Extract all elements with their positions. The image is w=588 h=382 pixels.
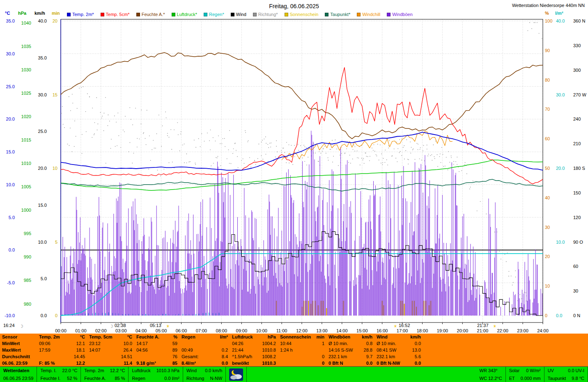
- svg-text:180 S: 180 S: [573, 166, 585, 171]
- axis-tick-labels: 35.030.025.020.015.010.05.00.0-5.0-10.01…: [5, 18, 586, 318]
- svg-text:330: 330: [573, 43, 581, 48]
- svg-text:1005: 1005: [21, 184, 31, 189]
- statusbar-group: Solar0 W/m²ET0.000 mm: [506, 367, 544, 382]
- svg-text:11:00: 11:00: [276, 328, 287, 333]
- table-header-cell: LuftdruckhPa: [230, 334, 278, 340]
- table-cell: 0: [278, 353, 326, 360]
- legend-swatch-icon: [253, 13, 257, 16]
- svg-text:1030: 1030: [21, 67, 31, 72]
- sun-icon: ☀: [493, 324, 497, 329]
- svg-text:210: 210: [573, 141, 581, 146]
- moon-icon: ☽: [109, 324, 113, 329]
- svg-text:20: 20: [545, 254, 550, 259]
- legend-label: Feuchte A.*: [142, 12, 165, 17]
- statusbar-group: Temp. I.22.0 °CFeuchte I.52 %: [37, 367, 81, 382]
- svg-text:23:00: 23:00: [517, 328, 528, 333]
- table-cell: 0 Bft N0.0: [326, 360, 374, 366]
- svg-text:50: 50: [545, 166, 550, 171]
- status-bar: Wetterdaten06.06.25 23:59Temp. I.22.0 °C…: [0, 366, 588, 382]
- table-cell: 00:490.2: [179, 347, 230, 353]
- svg-text:14:00: 14:00: [336, 328, 348, 333]
- svg-text:270 W: 270 W: [573, 92, 586, 97]
- svg-text:1010: 1010: [21, 161, 31, 166]
- table-cell: 11.4: [87, 360, 134, 366]
- sun-icon: ☀: [166, 324, 170, 329]
- svg-text:300: 300: [573, 68, 581, 73]
- svg-text:-10.0: -10.0: [5, 313, 15, 318]
- svg-text:16:24: 16:24: [3, 323, 15, 328]
- legend-swatch-icon: [231, 13, 234, 16]
- svg-text:30: 30: [573, 288, 578, 293]
- svg-text:05:00: 05:00: [156, 328, 167, 333]
- svg-text:995: 995: [24, 231, 31, 236]
- svg-text:40.0: 40.0: [38, 18, 47, 23]
- sun-icon: ☀: [393, 324, 397, 329]
- svg-text:1000: 1000: [21, 208, 31, 213]
- axis-unit-kmh: km/h: [34, 11, 45, 16]
- series-temp-5cm: [61, 67, 543, 184]
- svg-text:0: 0: [55, 313, 57, 318]
- legend-item: Windböen: [387, 12, 413, 17]
- statusbar-group: Luftdruck1010.3 hPaRegen0.0 l/m²: [129, 367, 183, 382]
- svg-text:20.0: 20.0: [6, 117, 15, 121]
- table-cell: F: 85 %12.2: [37, 360, 87, 366]
- series-windchill: [282, 131, 452, 160]
- table-header-cell: Sensor: [0, 334, 37, 340]
- statusbar-group: WR 343°WC 12.2°C: [476, 367, 506, 382]
- table-cell: 08:41 SW13.0: [374, 347, 423, 353]
- svg-text:21:37: 21:37: [477, 323, 489, 328]
- svg-text:40.0: 40.0: [556, 18, 565, 23]
- table-row: MaxWert17:5918.114:0726.404:568900:490.2…: [0, 347, 588, 353]
- table-row-label: 06.06. 23:59: [0, 360, 37, 366]
- table-header-cell: Temp. 5cm°C: [87, 334, 134, 340]
- svg-text:1025: 1025: [21, 91, 31, 96]
- svg-text:1040: 1040: [21, 21, 31, 25]
- time-axis: 00:0001:0002:0003:0004:0005:0006:0007:00…: [55, 323, 549, 333]
- svg-text:04:00: 04:00: [136, 328, 147, 333]
- svg-text:1015: 1015: [21, 137, 31, 142]
- legend-swatch-icon: [101, 13, 104, 16]
- table-cell: 04:5689: [134, 347, 179, 353]
- legend-item: Feuchte A.*: [136, 12, 165, 17]
- table-header-cell: Feuchte A.%: [134, 334, 179, 340]
- svg-text:12:00: 12:00: [296, 328, 308, 333]
- axis-unit-percent: %: [545, 11, 549, 16]
- legend-label: Luftdruck*: [177, 12, 198, 17]
- table-cell: 232.1 km5.6: [374, 353, 423, 360]
- table-row-label: MaxWert: [0, 347, 37, 353]
- svg-text:-5.0: -5.0: [7, 280, 15, 285]
- legend-swatch-icon: [204, 13, 207, 16]
- statusbar-group: UV0.0 UV-ITaupunkt9.8 °C: [544, 367, 588, 382]
- svg-text:25.0: 25.0: [6, 84, 15, 89]
- legend-label: Temp. 2m*: [72, 12, 94, 17]
- legend-item: Windchill: [357, 12, 380, 17]
- svg-text:18:00: 18:00: [417, 328, 428, 333]
- table-cell: 0 Bft N-NW0.0: [374, 360, 423, 366]
- table-row: 06.06. 23:59F: 85 %12.211.49.18 g/m³858.…: [0, 360, 588, 366]
- legend-item: Wind: [231, 12, 246, 17]
- svg-text:0: 0: [545, 313, 547, 318]
- svg-text:35.0: 35.0: [6, 18, 15, 23]
- table-cell: 14.51: [87, 353, 134, 360]
- legend-item: Regen*: [204, 12, 224, 17]
- table-cell: 8.4l/m²0.0: [179, 360, 230, 366]
- svg-text:08:00: 08:00: [216, 328, 227, 333]
- axis-unit-min: min: [52, 11, 60, 16]
- table-cell: Gesamt:8.4: [179, 353, 230, 360]
- svg-text:5.0: 5.0: [41, 276, 47, 281]
- legend-label: Windböen: [392, 12, 413, 17]
- svg-text:0 N: 0 N: [573, 313, 580, 318]
- svg-text:80: 80: [545, 78, 550, 82]
- table-header-cell: Regenl/m²: [179, 334, 230, 340]
- legend-item: Luftdruck*: [172, 12, 198, 17]
- axis-unit-hpa: hPa: [18, 11, 26, 16]
- legend-swatch-icon: [136, 13, 140, 16]
- legend-swatch-icon: [67, 13, 71, 16]
- svg-text:90: 90: [545, 48, 550, 53]
- stats-table: SensorTemp. 2m°CTemp. 5cm°CFeuchte A.%Re…: [0, 334, 588, 366]
- weather-symbol-icon: [226, 367, 247, 382]
- weather-chart: 35.030.025.020.015.010.05.00.0-5.0-10.01…: [0, 18, 588, 334]
- svg-text:24:00: 24:00: [537, 328, 549, 333]
- svg-text:60: 60: [573, 264, 578, 269]
- svg-text:5.0: 5.0: [9, 215, 15, 220]
